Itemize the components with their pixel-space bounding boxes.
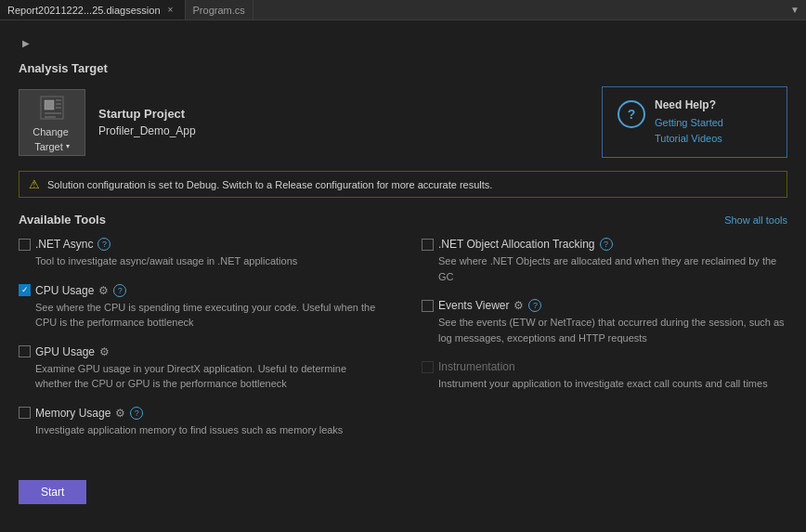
tab-diagsession[interactable]: Report20211222...25.diagsession × (0, 0, 186, 19)
tools-header: Available Tools Show all tools (19, 213, 787, 227)
scroll-left-arrow[interactable]: ▶ (19, 35, 33, 50)
tool-instrumentation-header: Instrumentation (422, 360, 787, 373)
tool-memory-usage-checkbox[interactable] (19, 407, 31, 419)
tools-column-left: .NET Async ? Tool to investigate async/a… (19, 238, 384, 452)
tutorial-videos-link[interactable]: Tutorial Videos (655, 131, 723, 147)
tool-events-viewer-name: Events Viewer (438, 299, 509, 312)
tool-net-async-checkbox[interactable] (19, 239, 31, 251)
tool-net-object-allocation-header: .NET Object Allocation Tracking ? (422, 238, 787, 251)
tab-program-cs[interactable]: Program.cs (186, 0, 254, 19)
scroll-down-btn[interactable]: ▼ (787, 3, 802, 18)
tools-column-right: .NET Object Allocation Tracking ? See wh… (422, 238, 787, 452)
project-icon (37, 93, 67, 123)
tool-net-async-name: .NET Async (35, 238, 93, 251)
tool-events-viewer-desc: See the events (ETW or NetTrace) that oc… (422, 315, 787, 345)
show-all-tools-link[interactable]: Show all tools (724, 214, 787, 226)
change-target-label: Change (32, 126, 72, 137)
tool-cpu-usage-header: CPU Usage ⚙ ? (19, 284, 384, 297)
tool-instrumentation-checkbox[interactable] (422, 361, 434, 373)
tool-net-object-allocation-checkbox[interactable] (422, 239, 434, 251)
tool-net-async: .NET Async ? Tool to investigate async/a… (19, 238, 384, 269)
tab-diagsession-close[interactable]: × (164, 4, 177, 17)
tool-memory-usage: Memory Usage ⚙ ? Investigate application… (19, 407, 384, 438)
scroll-nav: ▶ (19, 35, 787, 50)
help-icon: ? (618, 100, 645, 128)
tool-cpu-usage-checkbox[interactable] (19, 284, 31, 296)
tool-gpu-usage-name: GPU Usage (35, 345, 95, 358)
tool-memory-usage-name: Memory Usage (35, 407, 110, 420)
tool-cpu-usage-settings-icon[interactable]: ⚙ (98, 284, 109, 297)
help-box: ? Need Help? Getting Started Tutorial Vi… (602, 86, 787, 158)
svg-rect-1 (45, 100, 54, 110)
available-tools-title: Available Tools (19, 213, 106, 227)
tool-instrumentation-desc: Instrument your application to investiga… (422, 376, 787, 392)
tool-net-object-allocation: .NET Object Allocation Tracking ? See wh… (422, 238, 787, 284)
change-target-sublabel: Target ▾ (34, 141, 70, 152)
tool-events-viewer-checkbox[interactable] (422, 300, 434, 312)
bottom-bar: Start (19, 471, 787, 504)
tab-diagsession-label: Report20211222...25.diagsession (7, 5, 161, 16)
tool-net-async-help-icon[interactable]: ? (98, 238, 110, 251)
tool-memory-usage-help-icon[interactable]: ? (130, 407, 143, 420)
tool-gpu-usage: GPU Usage ⚙ Examine GPU usage in your Di… (19, 345, 384, 392)
tool-net-async-header: .NET Async ? (19, 238, 384, 251)
tool-net-object-allocation-name: .NET Object Allocation Tracking (438, 238, 595, 251)
startup-project-label: Startup Project (98, 107, 196, 121)
tool-instrumentation: Instrumentation Instrument your applicat… (422, 360, 787, 392)
tool-gpu-usage-header: GPU Usage ⚙ (19, 345, 384, 358)
tools-grid: .NET Async ? Tool to investigate async/a… (19, 238, 787, 452)
tool-memory-usage-desc: Investigate application memory to find i… (19, 422, 384, 438)
tab-program-cs-label: Program.cs (193, 5, 245, 16)
project-info: Startup Project Profiler_Demo_App (98, 107, 196, 137)
tool-events-viewer-help-icon[interactable]: ? (528, 299, 541, 312)
tool-gpu-usage-settings-icon[interactable]: ⚙ (99, 345, 110, 358)
tool-gpu-usage-checkbox[interactable] (19, 345, 31, 357)
dropdown-arrow-icon: ▾ (66, 142, 70, 150)
tool-net-object-allocation-desc: See where .NET Objects are allocated and… (422, 253, 787, 284)
tool-instrumentation-name: Instrumentation (438, 360, 515, 373)
tool-events-viewer-header: Events Viewer ⚙ ? (422, 299, 787, 312)
tool-events-viewer-settings-icon[interactable]: ⚙ (514, 299, 524, 312)
tool-cpu-usage-help-icon[interactable]: ? (113, 284, 126, 297)
tool-net-async-desc: Tool to investigate async/await usage in… (19, 253, 384, 269)
tool-cpu-usage-name: CPU Usage (35, 284, 94, 297)
start-button[interactable]: Start (19, 480, 86, 504)
tool-cpu-usage-desc: See where the CPU is spending time execu… (19, 300, 384, 331)
title-bar: Report20211222...25.diagsession × Progra… (0, 0, 806, 20)
help-title: Need Help? (655, 98, 723, 111)
getting-started-link[interactable]: Getting Started (655, 115, 723, 131)
warning-text: Solution configuration is set to Debug. … (47, 179, 492, 190)
tool-net-object-allocation-help-icon[interactable]: ? (600, 238, 613, 251)
warning-bar: ⚠ Solution configuration is set to Debug… (19, 171, 787, 198)
tool-memory-usage-header: Memory Usage ⚙ ? (19, 407, 384, 420)
tool-cpu-usage: CPU Usage ⚙ ? See where the CPU is spend… (19, 284, 384, 331)
tool-memory-usage-settings-icon[interactable]: ⚙ (115, 407, 125, 420)
title-bar-right: ▼ (787, 3, 806, 18)
analysis-target-row: Change Target ▾ Startup Project Profiler… (19, 86, 787, 158)
analysis-target-title: Analysis Target (19, 61, 787, 75)
tool-events-viewer: Events Viewer ⚙ ? See the events (ETW or… (422, 299, 787, 345)
main-content: ▶ Analysis Target (0, 20, 806, 532)
help-content: Need Help? Getting Started Tutorial Vide… (655, 98, 723, 146)
project-name: Profiler_Demo_App (98, 124, 196, 137)
tab-list: Report20211222...25.diagsession × Progra… (0, 0, 254, 19)
startup-project-box: Change Target ▾ Startup Project Profiler… (19, 89, 196, 156)
tool-gpu-usage-desc: Examine GPU usage in your DirectX applic… (19, 361, 384, 392)
warning-icon: ⚠ (29, 177, 40, 191)
change-target-button[interactable]: Change Target ▾ (19, 89, 85, 156)
